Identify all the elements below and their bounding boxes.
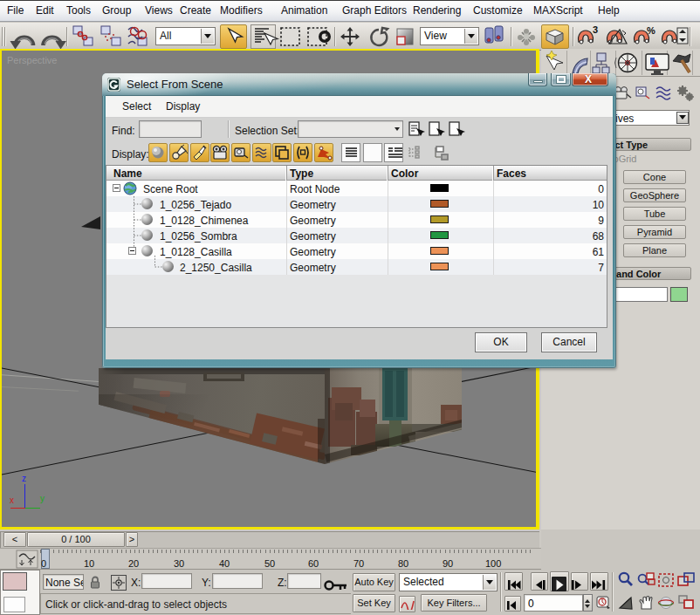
svg-text:%: %	[647, 25, 655, 36]
svg-text:3: 3	[593, 24, 598, 35]
